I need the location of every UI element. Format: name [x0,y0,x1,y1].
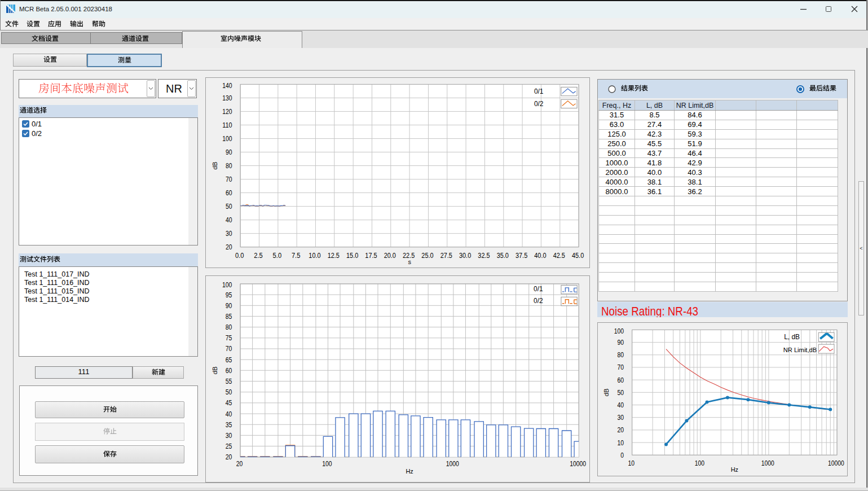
svg-text:L, dB: L, dB [784,333,800,341]
svg-text:10: 10 [628,459,635,467]
svg-text:25.0: 25.0 [421,252,433,260]
svg-text:30.0: 30.0 [459,252,471,260]
svg-text:5.0: 5.0 [273,252,282,260]
svg-text:70: 70 [617,363,624,371]
svg-text:Hz: Hz [406,468,413,475]
svg-text:95: 95 [226,291,232,299]
svg-text:75: 75 [226,334,232,342]
svg-text:65: 65 [226,356,232,364]
svg-text:7.5: 7.5 [292,252,301,260]
svg-text:130: 130 [222,94,232,102]
svg-text:17.5: 17.5 [365,252,377,260]
svg-text:90: 90 [617,339,624,347]
svg-text:90: 90 [226,302,232,310]
svg-text:100: 100 [614,327,624,335]
svg-text:45: 45 [226,399,232,407]
svg-text:35.0: 35.0 [497,252,509,260]
svg-text:50: 50 [617,389,624,397]
svg-text:30: 30 [617,414,624,422]
svg-text:80: 80 [617,351,624,359]
svg-text:Noise Rating: NR-43: Noise Rating: NR-43 [601,305,698,317]
svg-text:70: 70 [226,345,232,353]
svg-text:40: 40 [617,401,624,409]
svg-text:1000: 1000 [761,459,774,467]
svg-text:1000: 1000 [446,460,459,468]
svg-text:Hz: Hz [731,466,738,473]
svg-text:dB: dB [603,388,610,396]
svg-text:dB: dB [212,366,218,374]
svg-text:85: 85 [226,313,232,321]
svg-text:40: 40 [226,216,232,224]
svg-text:30: 30 [226,432,232,440]
svg-text:42.5: 42.5 [553,252,565,260]
svg-text:20: 20 [226,453,232,461]
svg-text:35: 35 [226,421,232,429]
svg-text:20: 20 [617,426,624,434]
svg-text:0/1: 0/1 [534,285,543,293]
svg-text:55: 55 [226,378,232,385]
svg-text:100: 100 [222,135,232,143]
svg-text:dB: dB [212,161,218,169]
svg-text:27.5: 27.5 [440,252,452,260]
svg-text:s: s [408,258,411,265]
svg-text:12.5: 12.5 [328,252,340,260]
svg-text:60: 60 [617,376,624,384]
svg-text:15.0: 15.0 [346,252,358,260]
svg-text:10000: 10000 [570,460,586,468]
svg-text:0/2: 0/2 [534,297,543,305]
svg-text:80: 80 [226,162,232,170]
svg-text:40: 40 [226,410,232,418]
svg-text:0.0: 0.0 [235,252,244,260]
svg-text:10: 10 [617,439,624,447]
svg-text:60: 60 [226,367,232,375]
svg-text:10.0: 10.0 [309,252,320,260]
svg-text:70: 70 [226,176,232,183]
svg-text:2.5: 2.5 [254,252,263,260]
svg-text:100: 100 [222,281,232,289]
svg-text:120: 120 [222,108,232,116]
svg-text:100: 100 [695,459,704,467]
svg-text:32.5: 32.5 [478,252,490,260]
svg-text:50: 50 [226,203,232,211]
svg-text:20: 20 [236,460,243,468]
svg-text:NR Limit,dB: NR Limit,dB [783,347,817,353]
svg-text:100: 100 [322,460,332,468]
svg-text:90: 90 [226,148,232,156]
svg-text:37.5: 37.5 [515,252,527,260]
svg-text:0: 0 [620,451,624,459]
svg-text:40.0: 40.0 [534,252,546,260]
svg-text:25: 25 [226,442,232,450]
svg-text:45.0: 45.0 [572,252,584,260]
svg-text:110: 110 [222,121,232,129]
svg-text:50: 50 [226,388,232,396]
svg-text:60: 60 [226,189,232,197]
svg-text:80: 80 [226,323,232,331]
svg-text:0/1: 0/1 [534,87,544,95]
svg-text:140: 140 [222,82,232,90]
svg-text:0/2: 0/2 [534,100,544,108]
svg-text:20: 20 [226,243,232,251]
svg-text:10000: 10000 [828,459,844,467]
svg-text:20.0: 20.0 [384,252,396,260]
svg-text:30: 30 [226,230,232,238]
